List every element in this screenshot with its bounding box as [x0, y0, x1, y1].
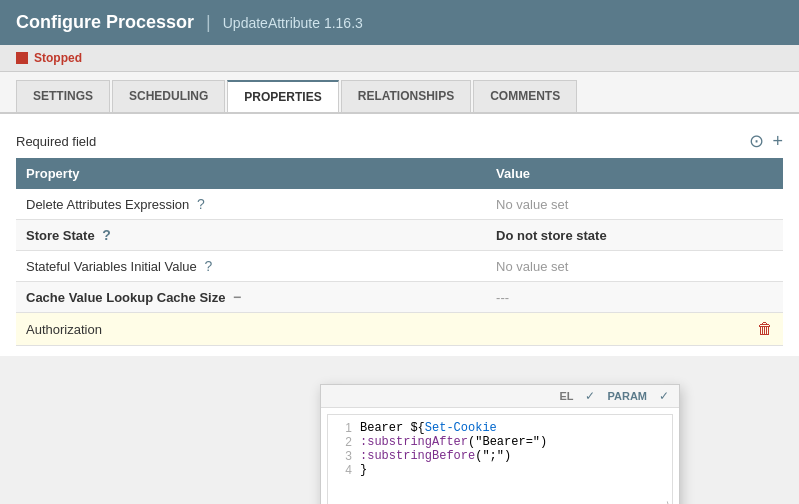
authorization-row: Authorization 🗑: [16, 313, 783, 346]
val-delete-attr: No value set: [486, 189, 747, 220]
table-header-row: Property Value: [16, 158, 783, 189]
val-authorization[interactable]: [486, 313, 747, 346]
status-bar: Stopped: [0, 45, 799, 72]
required-field-row: Required field ⊙ +: [16, 124, 783, 158]
line-num-4: 4: [336, 463, 360, 477]
tabs-bar: SETTINGS SCHEDULING PROPERTIES RELATIONS…: [0, 72, 799, 114]
editor-overlay: EL ✓ PARAM ✓ 1 Bearer ${Set-Cookie 2 :su…: [320, 384, 680, 504]
help-icon-stateful[interactable]: ?: [204, 258, 212, 274]
tab-settings[interactable]: SETTINGS: [16, 80, 110, 112]
tab-relationships[interactable]: RELATIONSHIPS: [341, 80, 471, 112]
prop-stateful: Stateful Variables Initial Value ?: [16, 251, 486, 282]
line-num-1: 1: [336, 421, 360, 435]
editor-code-area[interactable]: 1 Bearer ${Set-Cookie 2 :substringAfter(…: [327, 414, 673, 504]
code-content-1: Bearer ${Set-Cookie: [360, 421, 497, 435]
code-line-2: 2 :substringAfter("Bearer="): [336, 435, 664, 449]
help-icon[interactable]: ?: [197, 196, 205, 212]
param-check: ✓: [659, 389, 669, 403]
status-text: Stopped: [34, 51, 82, 65]
help-icon-store[interactable]: ?: [102, 227, 111, 243]
col-value: Value: [486, 158, 747, 189]
col-property: Property: [16, 158, 486, 189]
editor-top-bar: EL ✓ PARAM ✓: [321, 385, 679, 408]
action-stateful: [747, 251, 783, 282]
help-icon-cache[interactable]: −: [233, 289, 241, 305]
icon-buttons: ⊙ +: [749, 130, 783, 152]
param-label: PARAM: [607, 390, 647, 402]
header-subtitle: UpdateAttribute 1.16.3: [223, 15, 363, 31]
val-cache-size: ---: [486, 282, 747, 313]
status-indicator: [16, 52, 28, 64]
code-content-3: :substringBefore(";"): [360, 449, 511, 463]
page-title: Configure Processor: [16, 12, 194, 33]
add-property-button[interactable]: +: [772, 131, 783, 152]
code-line-1: 1 Bearer ${Set-Cookie: [336, 421, 664, 435]
header-divider: |: [206, 12, 211, 33]
prop-delete-attr: Delete Attributes Expression ?: [16, 189, 486, 220]
tab-properties[interactable]: PROPERTIES: [227, 80, 338, 112]
action-delete-attr: [747, 189, 783, 220]
code-line-3: 3 :substringBefore(";"): [336, 449, 664, 463]
circle-check-button[interactable]: ⊙: [749, 130, 764, 152]
code-content-4: }: [360, 463, 367, 477]
prop-authorization: Authorization: [16, 313, 486, 346]
code-line-4: 4 }: [336, 463, 664, 477]
resize-handle: ⟩: [666, 500, 670, 504]
required-field-label: Required field: [16, 134, 96, 149]
code-content-2: :substringAfter("Bearer="): [360, 435, 547, 449]
table-row: Store State ? Do not store state: [16, 220, 783, 251]
el-label: EL: [559, 390, 573, 402]
el-check: ✓: [585, 389, 595, 403]
table-row: Delete Attributes Expression ? No value …: [16, 189, 783, 220]
line-num-2: 2: [336, 435, 360, 449]
col-actions: [747, 158, 783, 189]
tab-comments[interactable]: COMMENTS: [473, 80, 577, 112]
line-num-3: 3: [336, 449, 360, 463]
header: Configure Processor | UpdateAttribute 1.…: [0, 0, 799, 45]
prop-store-state: Store State ?: [16, 220, 486, 251]
tab-scheduling[interactable]: SCHEDULING: [112, 80, 225, 112]
action-auth: 🗑: [747, 313, 783, 346]
main-area: Required field ⊙ + Property Value Delete…: [0, 114, 799, 356]
properties-table: Property Value Delete Attributes Express…: [16, 158, 783, 346]
delete-auth-icon[interactable]: 🗑: [757, 320, 773, 337]
action-store-state: [747, 220, 783, 251]
val-stateful: No value set: [486, 251, 747, 282]
val-store-state: Do not store state: [486, 220, 747, 251]
content: Required field ⊙ + Property Value Delete…: [0, 114, 799, 356]
action-cache: [747, 282, 783, 313]
table-row: Cache Value Lookup Cache Size − ---: [16, 282, 783, 313]
prop-cache-size: Cache Value Lookup Cache Size −: [16, 282, 486, 313]
table-row: Stateful Variables Initial Value ? No va…: [16, 251, 783, 282]
